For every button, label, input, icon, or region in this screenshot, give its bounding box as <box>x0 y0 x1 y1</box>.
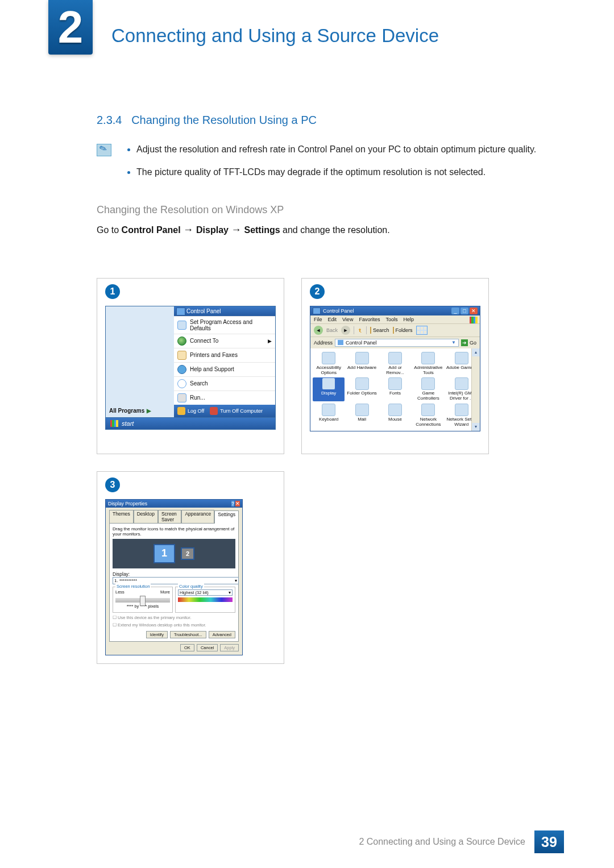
cp-item-display[interactable]: Display <box>313 377 345 401</box>
screen-resolution-group: Screen resolution Less More **** by ****… <box>113 587 173 613</box>
cp-item-network-connections[interactable]: Network Connections <box>412 404 444 427</box>
monitor-1-icon[interactable]: 1 <box>154 544 175 563</box>
monitor-2-icon[interactable]: 2 <box>181 547 194 560</box>
cp-item-mouse[interactable]: Mouse <box>379 404 411 427</box>
extend-desktop-checkbox[interactable]: ☐ Extend my Windows desktop onto this mo… <box>113 622 235 628</box>
minimize-button[interactable]: _ <box>451 308 459 314</box>
panel-badge: 2 <box>310 284 325 299</box>
ok-button[interactable]: OK <box>180 644 194 651</box>
nav-prefix: Go to <box>97 225 122 235</box>
cp-item-add-remove[interactable]: Add or Remov... <box>379 352 411 376</box>
cp-item-keyboard[interactable]: Keyboard <box>313 404 345 427</box>
view-mode-button[interactable] <box>416 326 428 335</box>
troubleshoot-button[interactable]: Troubleshoot... <box>170 631 206 638</box>
menu-help[interactable]: Help <box>403 317 414 322</box>
checkbox-label: Use this device as the primary monitor. <box>118 615 191 620</box>
color-swatches <box>178 597 233 602</box>
menu-file[interactable]: File <box>314 317 322 322</box>
search-button[interactable]: Search <box>370 327 389 333</box>
window-controls: _ □ ✕ <box>451 308 478 314</box>
footer-text: 2 Connecting and Using a Source Device <box>359 837 525 847</box>
chapter-badge: 2 <box>48 0 93 55</box>
identify-button[interactable]: Identify <box>146 631 168 638</box>
cp-item-mail[interactable]: Mail <box>346 404 377 427</box>
color-quality-select[interactable]: Highest (32 bit) ▾ <box>178 589 233 596</box>
cp-item-folder-options[interactable]: Folder Options <box>346 377 377 401</box>
cp-item-accessibility[interactable]: Accessibility Options <box>313 352 345 376</box>
toolbar: ◄ Back ► ⮬ Search Folders <box>310 323 480 337</box>
menu-tools[interactable]: Tools <box>385 317 397 322</box>
separator <box>366 326 367 334</box>
tab-themes[interactable]: Themes <box>109 510 134 523</box>
primary-monitor-checkbox[interactable]: ☐ Use this device as the primary monitor… <box>113 615 235 620</box>
control-panel-label: Control Panel <box>186 308 221 314</box>
folders-button[interactable]: Folders <box>393 327 413 333</box>
close-button[interactable]: ✕ <box>235 501 240 506</box>
subsection-heading: Changing the Resolution on Windows XP <box>97 204 563 216</box>
forward-button[interactable]: ► <box>341 326 350 335</box>
menu-edit[interactable]: Edit <box>328 317 337 322</box>
resolution-slider[interactable] <box>115 598 170 603</box>
logoff-label: Log Off <box>188 408 204 414</box>
start-menu-wrap: All Programs ▶ Control Panel Set Program… <box>105 306 276 430</box>
scroll-down-icon[interactable]: ▾ <box>472 423 480 431</box>
back-label: Back <box>326 327 338 333</box>
monitor-arrangement[interactable]: 1 2 <box>113 539 235 568</box>
section-number: 2.3.4 <box>97 114 122 126</box>
cp-item-add-hardware[interactable]: Add Hardware <box>346 352 377 376</box>
go-label: Go <box>470 340 476 346</box>
folders-icon <box>393 327 394 334</box>
cp-item-label: Accessibility Options <box>316 365 341 375</box>
hardware-icon <box>355 352 369 364</box>
chapter-number: 2 <box>58 1 84 53</box>
run-icon <box>177 393 186 402</box>
menu-item-connect-to[interactable]: Connect To ▶ <box>174 334 275 348</box>
menu-view[interactable]: View <box>342 317 353 322</box>
address-label: Address <box>314 340 333 346</box>
chevron-down-icon: ▾ <box>235 578 237 583</box>
menu-item-help[interactable]: Help and Support <box>174 362 275 376</box>
tab-screensaver[interactable]: Screen Saver <box>158 510 182 523</box>
menu-item-run[interactable]: Run... <box>174 391 275 405</box>
help-button[interactable]: ? <box>231 501 234 506</box>
taskbar-start[interactable]: start <box>105 418 276 430</box>
go-button[interactable]: ➜ Go <box>461 339 476 346</box>
cp-item-label: Network Connections <box>416 417 441 427</box>
scroll-up-icon[interactable]: ▴ <box>472 348 480 356</box>
page-content: 2.3.4 Changing the Resolution Using a PC… <box>97 114 563 664</box>
cancel-button[interactable]: Cancel <box>197 644 218 651</box>
tab-desktop[interactable]: Desktop <box>134 510 158 523</box>
menu-item-label: Help and Support <box>190 366 234 372</box>
apply-button[interactable]: Apply <box>220 644 239 651</box>
cp-item-fonts[interactable]: Fonts <box>379 377 411 401</box>
logoff-button[interactable]: Log Off <box>177 407 204 415</box>
menu-item-set-defaults[interactable]: Set Program Access and Defaults <box>174 316 275 334</box>
start-menu-left: All Programs ▶ <box>106 306 174 417</box>
all-programs-button[interactable]: All Programs ▶ <box>109 408 171 414</box>
keyboard-icon <box>322 404 335 416</box>
menu-item-search[interactable]: Search <box>174 376 275 391</box>
maximize-button[interactable]: □ <box>460 308 468 314</box>
window-titlebar[interactable]: Control Panel _ □ ✕ <box>310 306 480 315</box>
cp-item-admin-tools[interactable]: Administrative Tools <box>412 352 444 376</box>
up-button[interactable]: ⮬ <box>358 327 363 333</box>
turnoff-button[interactable]: Turn Off Computer <box>210 407 263 415</box>
advanced-button[interactable]: Advanced <box>209 631 235 638</box>
window-titlebar[interactable]: Display Properties ? ✕ <box>106 500 242 508</box>
back-button[interactable]: ◄ <box>314 326 323 335</box>
tab-settings[interactable]: Settings <box>214 510 239 524</box>
group-title: Screen resolution <box>115 584 151 589</box>
address-field[interactable]: Control Panel ▼ <box>335 339 459 347</box>
menu-favorites[interactable]: Favorites <box>359 317 380 322</box>
control-panel-header[interactable]: Control Panel <box>174 306 275 316</box>
scrollbar[interactable]: ▴ ▾ <box>471 348 480 431</box>
cp-item-game-controllers[interactable]: Game Controllers <box>412 377 444 401</box>
cp-item-label: Folder Options <box>347 391 376 396</box>
network-wizard-icon <box>455 404 468 416</box>
intel-icon <box>455 377 468 390</box>
color-quality-value: Highest (32 bit) <box>180 590 209 595</box>
menu-item-printers[interactable]: Printers and Faxes <box>174 348 275 362</box>
folders-label: Folders <box>396 327 413 333</box>
tab-appearance[interactable]: Appearance <box>181 510 214 523</box>
close-button[interactable]: ✕ <box>470 308 478 314</box>
